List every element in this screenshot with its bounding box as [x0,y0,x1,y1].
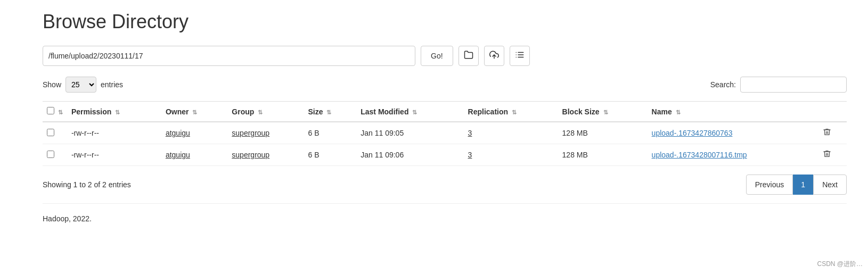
upload-button[interactable] [484,46,504,66]
upload-icon [489,50,499,62]
delete-icon-0[interactable] [823,129,831,138]
row-1-replication: 3 [464,144,558,166]
replication-link-1[interactable]: 3 [468,151,472,159]
row-0-last-modified: Jan 11 09:05 [356,122,463,144]
row-1-permission: -rw-r--r-- [67,144,161,166]
sort-icon-block-size[interactable]: ⇅ [603,109,608,116]
search-box: Search: [710,77,847,93]
list-icon [515,50,525,62]
sort-icon-owner[interactable]: ⇅ [192,109,197,116]
previous-button[interactable]: Previous [746,175,793,195]
path-input[interactable] [43,46,415,66]
table-header-row: ⇅ Permission ⇅ Owner ⇅ Group ⇅ Size ⇅ La… [43,102,847,122]
row-0-checkbox [43,122,67,144]
search-label: Search: [710,80,736,89]
header-group: Group ⇅ [227,102,304,122]
entries-label: entries [101,80,123,89]
sort-icon-group[interactable]: ⇅ [258,109,263,116]
table-row: -rw-r--r-- atguigu supergroup 6 B Jan 11… [43,144,847,166]
page-number-1[interactable]: 1 [793,175,813,195]
pagination-buttons: Previous 1 Next [746,175,847,195]
header-block-size: Block Size ⇅ [558,102,648,122]
sort-icon-id: ⇅ [58,109,63,116]
row-checkbox-1[interactable] [47,151,54,158]
row-0-permission: -rw-r--r-- [67,122,161,144]
header-name: Name ⇅ [648,102,819,122]
search-input[interactable] [740,77,847,93]
row-1-group: supergroup [227,144,304,166]
folder-button[interactable] [458,46,479,66]
select-all-checkbox[interactable] [47,107,54,114]
row-0-replication: 3 [464,122,558,144]
name-link-1[interactable]: upload-.1673428007116.tmp [652,151,747,159]
show-label: Show [43,80,61,89]
header-checkbox-col: ⇅ [43,102,67,122]
row-0-size: 6 B [304,122,356,144]
controls-row: Show 10 25 50 100 entries Search: [43,77,847,93]
row-0-name: upload-.1673427860763 [648,122,819,144]
footer-text: Hadoop, 2022. [43,214,92,223]
sort-icon-size[interactable]: ⇅ [326,109,331,116]
entries-select[interactable]: 10 25 50 100 [65,77,96,93]
name-link-0[interactable]: upload-.1673427860763 [652,129,733,137]
go-button[interactable]: Go! [421,46,453,66]
sort-icon-permission[interactable]: ⇅ [115,109,120,116]
row-0-owner: atguigu [161,122,227,144]
folder-icon [464,50,473,62]
row-1-size: 6 B [304,144,356,166]
header-permission: Permission ⇅ [67,102,161,122]
owner-link-1[interactable]: atguigu [166,151,190,159]
next-button[interactable]: Next [813,175,847,195]
row-checkbox-0[interactable] [47,129,54,136]
row-0-group: supergroup [227,122,304,144]
row-1-owner: atguigu [161,144,227,166]
group-link-0[interactable]: supergroup [232,129,269,137]
header-replication: Replication ⇅ [464,102,558,122]
show-entries: Show 10 25 50 100 entries [43,77,123,93]
replication-link-0[interactable]: 3 [468,129,472,137]
sort-icon-name[interactable]: ⇅ [676,109,681,116]
group-link-1[interactable]: supergroup [232,151,269,159]
row-0-delete [818,122,847,144]
row-1-checkbox [43,144,67,166]
row-1-block-size: 128 MB [558,144,648,166]
sort-icon-replication[interactable]: ⇅ [512,109,517,116]
page-title: Browse Directory [43,11,847,33]
files-table: ⇅ Permission ⇅ Owner ⇅ Group ⇅ Size ⇅ La… [43,101,847,166]
path-bar: Go! [43,46,847,66]
pagination-info: Showing 1 to 2 of 2 entries [43,180,131,189]
sort-icon-last-modified[interactable]: ⇅ [412,109,417,116]
footer: Hadoop, 2022. [43,214,847,223]
table-row: -rw-r--r-- atguigu supergroup 6 B Jan 11… [43,122,847,144]
row-1-delete [818,144,847,166]
list-button[interactable] [510,46,530,66]
header-actions [818,102,847,122]
pagination-row: Showing 1 to 2 of 2 entries Previous 1 N… [43,175,847,204]
header-size: Size ⇅ [304,102,356,122]
row-1-name: upload-.1673428007116.tmp [648,144,819,166]
header-last-modified: Last Modified ⇅ [356,102,463,122]
delete-icon-1[interactable] [823,151,831,160]
owner-link-0[interactable]: atguigu [166,129,190,137]
row-0-block-size: 128 MB [558,122,648,144]
row-1-last-modified: Jan 11 09:06 [356,144,463,166]
header-owner: Owner ⇅ [161,102,227,122]
